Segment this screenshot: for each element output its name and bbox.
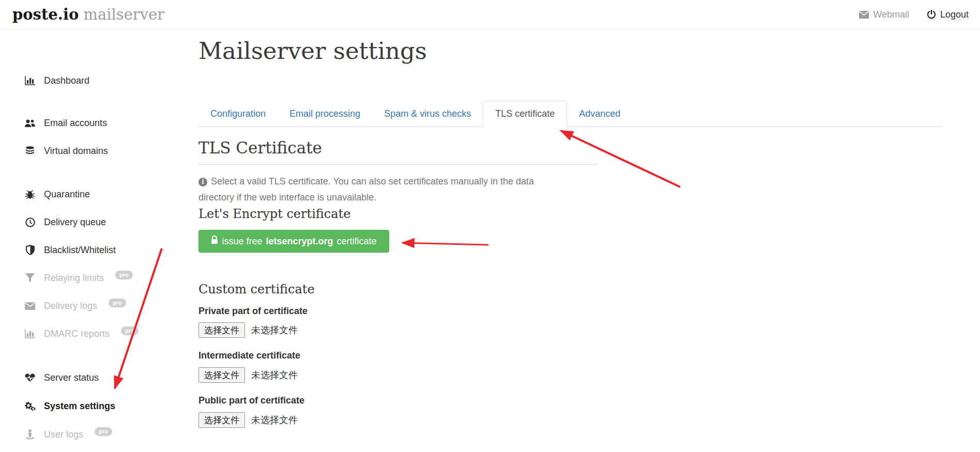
settings-tabs: Configuration Email processing Spam & vi… [198, 100, 942, 127]
bar-chart-icon [24, 329, 36, 338]
pro-badge: pro [115, 271, 133, 279]
intermediate-cert-label: Intermediate certificate [198, 350, 300, 361]
top-navbar: poste.io mailserver Webmail Logout [0, 0, 980, 29]
pro-badge: pro [121, 326, 139, 335]
public-cert-label: Public part of certificate [198, 395, 304, 406]
button-text-bold: letsencrypt.org [266, 236, 333, 247]
tab-spam-virus-checks[interactable]: Spam & virus checks [372, 101, 483, 127]
letsencrypt-section-title: Let's Encrypt certificate [198, 207, 350, 221]
pro-badge: pro [95, 427, 112, 436]
bar-chart-icon [24, 76, 36, 85]
sidebar-item-server-status[interactable]: Server status [24, 370, 99, 385]
sidebar-item-label: Virtual domains [44, 146, 108, 157]
button-text-pre: issue free [222, 236, 262, 247]
logout-link[interactable]: Logout [927, 9, 969, 20]
sidebar-item-label: Dashboard [44, 75, 89, 86]
button-text-post: certificate [337, 236, 377, 247]
custom-certificate-section-title: Custom certificate [198, 282, 315, 297]
database-icon [24, 146, 36, 156]
logout-label: Logout [940, 9, 969, 20]
intermediate-cert-file-input: 选择文件 未选择文件 [198, 367, 298, 383]
section-title: TLS Certificate [198, 138, 597, 165]
sidebar-item-virtual-domains[interactable]: Virtual domains [24, 144, 108, 158]
private-cert-file-input: 选择文件 未选择文件 [198, 322, 298, 338]
street-view-icon [24, 429, 36, 440]
sidebar-item-label: System settings [44, 401, 115, 412]
choose-file-button[interactable]: 选择文件 [198, 412, 245, 428]
lock-icon [211, 236, 218, 247]
info-circle-icon: i [198, 178, 207, 186]
info-text: Select a valid TLS certificate. You can … [198, 176, 534, 202]
choose-file-button[interactable]: 选择文件 [198, 367, 245, 383]
arrow-to-issue-button [402, 243, 488, 245]
clock-icon [24, 217, 36, 227]
sidebar-item-delivery-logs[interactable]: Delivery logs pro [24, 299, 126, 313]
sidebar-item-label: Email accounts [44, 118, 107, 129]
sidebar-item-email-accounts[interactable]: Email accounts [24, 116, 107, 130]
users-icon [24, 119, 36, 128]
gears-icon [24, 401, 36, 411]
tab-advanced[interactable]: Advanced [567, 101, 632, 127]
sidebar-item-relaying-limits[interactable]: Relaying limits pro [24, 271, 133, 285]
tab-email-processing[interactable]: Email processing [278, 101, 372, 127]
webmail-link[interactable]: Webmail [859, 9, 909, 20]
sidebar-item-delivery-queue[interactable]: Delivery queue [24, 215, 106, 229]
sidebar-item-quarantine[interactable]: Quarantine [24, 187, 90, 201]
brand-secondary: mailserver [83, 6, 164, 23]
sidebar-item-dashboard[interactable]: Dashboard [24, 73, 89, 88]
no-file-chosen-text: 未选择文件 [251, 324, 298, 336]
envelope-icon [859, 11, 869, 19]
tab-configuration[interactable]: Configuration [198, 101, 278, 127]
brand-primary: poste.io [12, 6, 79, 23]
page-title: Mailserver settings [198, 37, 427, 65]
webmail-label: Webmail [873, 9, 909, 20]
envelope-icon [24, 302, 36, 310]
bug-icon [24, 190, 36, 199]
sidebar-item-blacklist-whitelist[interactable]: Blacklist/Whitelist [24, 243, 116, 257]
public-cert-file-input: 选择文件 未选择文件 [198, 412, 298, 428]
no-file-chosen-text: 未选择文件 [251, 414, 298, 426]
info-note: iSelect a valid TLS certificate. You can… [198, 174, 560, 206]
choose-file-button[interactable]: 选择文件 [198, 322, 245, 338]
sidebar-item-label: Delivery logs [44, 301, 97, 311]
sidebar-item-label: Relaying limits [44, 273, 104, 284]
shield-icon [24, 245, 36, 255]
sidebar-item-dmarc-reports[interactable]: DMARC reports pro [24, 326, 139, 341]
private-cert-label: Private part of certificate [198, 306, 308, 317]
sidebar-item-label: Quarantine [44, 189, 90, 200]
sidebar-item-system-settings[interactable]: System settings [24, 399, 115, 413]
power-icon [927, 10, 936, 19]
sidebar-item-label: Blacklist/Whitelist [44, 245, 116, 256]
heartbeat-icon [24, 373, 36, 382]
sidebar-item-user-logs[interactable]: User logs pro [24, 427, 112, 442]
sidebar-item-label: DMARC reports [44, 329, 110, 339]
sidebar-item-label: Server status [44, 372, 99, 383]
issue-letsencrypt-button[interactable]: issue free letsencrypt.org certificate [198, 230, 389, 253]
brand-logo[interactable]: poste.io mailserver [12, 5, 164, 24]
navbar-right: Webmail Logout [859, 0, 969, 29]
pro-badge: pro [109, 299, 126, 307]
sidebar-item-label: User logs [44, 429, 83, 440]
tab-tls-certificate[interactable]: TLS certificate [483, 101, 567, 127]
no-file-chosen-text: 未选择文件 [251, 369, 298, 381]
sidebar-item-label: Delivery queue [44, 217, 106, 228]
sidebar: Dashboard Email accounts Virtual domains… [0, 29, 171, 452]
filter-icon [24, 273, 36, 283]
